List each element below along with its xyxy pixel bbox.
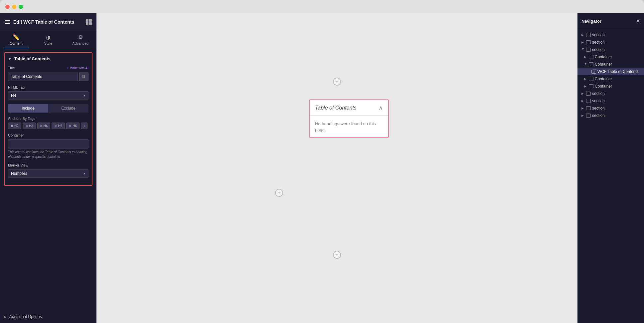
tags-row: ✕ H2 ✕ H3 ✕ H4 ✕ H5 (8, 123, 88, 129)
marker-view-select-wrapper: Numbers Bullets None (8, 169, 88, 178)
nav-arrow-section6: ▶ (581, 107, 585, 110)
content-tab-icon: ✏️ (13, 34, 19, 40)
additional-options-header[interactable]: ▶ Additional Options (4, 314, 92, 319)
nav-item-container3[interactable]: ▶ Container (577, 75, 644, 83)
tag-h2[interactable]: ✕ H2 (8, 123, 21, 129)
html-tag-select[interactable]: H4 H1 H2 H3 H5 H6 (8, 91, 88, 100)
navigator-title: Navigator (581, 19, 601, 24)
nav-item-section1[interactable]: ▶ section (577, 31, 644, 39)
toc-widget: Table of Contents ∧ No headings were fou… (309, 100, 389, 138)
nav-item-section3[interactable]: ▶ section (577, 46, 644, 53)
toc-section-box: ▼ Table of Contents Title ✦ Write with A… (4, 52, 92, 186)
exclude-button[interactable]: Exclude (48, 104, 88, 113)
content-tab-label: Content (10, 41, 23, 45)
additional-options-arrow: ▶ (4, 315, 7, 319)
tag-h3[interactable]: ✕ H3 (23, 123, 36, 129)
nav-item-container1[interactable]: ▶ Container (577, 53, 644, 61)
title-label-row: Title ✦ Write with AI (8, 66, 88, 70)
right-panel: Navigator ✕ ▶ section ▶ section ▶ sectio… (577, 13, 644, 323)
nav-arrow-section7: ▶ (581, 114, 585, 117)
additional-options-label: Additional Options (9, 314, 42, 319)
maximize-button[interactable] (19, 5, 23, 9)
nav-box-section2 (586, 40, 591, 44)
nav-box-section4 (586, 92, 591, 96)
section-toggle-arrow: ▼ (8, 57, 12, 61)
nav-item-container2[interactable]: ▶ Container (577, 61, 644, 68)
nav-label-container3: Container (595, 77, 612, 81)
panel-header-left: Edit WCF Table of Contents (5, 19, 74, 25)
panel-content: ▼ Table of Contents Title ✦ Write with A… (0, 48, 96, 310)
panel-title: Edit WCF Table of Contents (13, 19, 74, 25)
marker-view-select[interactable]: Numbers Bullets None (8, 169, 88, 178)
tag-add-button[interactable]: + (81, 123, 87, 129)
navigator-content: ▶ section ▶ section ▶ section ▶ Containe… (577, 29, 644, 323)
nav-arrow-section3: ▶ (581, 48, 585, 51)
canvas-area: + + + Table of Contents ∧ No headings we… (96, 13, 577, 323)
nav-label-section1: section (592, 33, 605, 37)
nav-label-section3: section (592, 47, 605, 52)
toc-section-header[interactable]: ▼ Table of Contents (8, 56, 88, 61)
nav-item-section4[interactable]: ▶ section (577, 90, 644, 97)
add-section-top[interactable]: + (333, 78, 341, 86)
hamburger-icon[interactable] (5, 20, 10, 24)
marker-view-row: Marker View Numbers Bullets None (8, 163, 88, 178)
html-tag-row: HTML Tag H4 H1 H2 H3 H5 H6 (8, 85, 88, 100)
container-hint: This control confines the Table of Conte… (8, 150, 88, 159)
navigator-close-button[interactable]: ✕ (636, 18, 640, 24)
ai-icon: ✦ (67, 66, 69, 70)
toc-widget-body: No headings were found on this page. (310, 116, 388, 137)
anchors-by-tags-row: Anchors By Tags ✕ H2 ✕ H3 ✕ H (8, 117, 88, 129)
anchors-label: Anchors By Tags (8, 117, 88, 121)
title-label: Title (8, 66, 15, 70)
ai-write-link[interactable]: ✦ Write with AI (67, 66, 88, 70)
toc-chevron-icon[interactable]: ∧ (379, 104, 383, 112)
nav-arrow-container3: ▶ (584, 77, 587, 81)
title-form-row: Title ✦ Write with AI 🗑 (8, 66, 88, 81)
html-tag-select-wrapper: H4 H1 H2 H3 H5 H6 (8, 91, 88, 100)
tab-content[interactable]: ✏️ Content (0, 31, 32, 48)
grid-icon[interactable] (86, 19, 92, 25)
tag-h6[interactable]: ✕ H6 (66, 123, 80, 129)
nav-arrow-section5: ▶ (581, 99, 585, 103)
advanced-tab-icon: ⚙ (78, 34, 83, 40)
nav-box-section7 (586, 114, 591, 118)
left-panel: Edit WCF Table of Contents ✏️ Content ◑ … (0, 13, 96, 323)
style-tab-icon: ◑ (45, 34, 51, 40)
minimize-button[interactable] (12, 5, 16, 9)
include-exclude-toggle: Include Exclude (8, 104, 88, 113)
close-button[interactable] (5, 5, 10, 9)
panel-header: Edit WCF Table of Contents (0, 13, 96, 31)
include-button[interactable]: Include (8, 104, 48, 113)
add-section-mid[interactable]: + (275, 189, 283, 197)
canvas-inner: + + + Table of Contents ∧ No headings we… (96, 13, 577, 323)
tab-advanced[interactable]: ⚙ Advanced (64, 31, 96, 48)
add-section-bot[interactable]: + (333, 251, 341, 259)
nav-item-container4[interactable]: ▶ Container (577, 83, 644, 90)
tab-style[interactable]: ◑ Style (32, 31, 65, 48)
title-bar (0, 0, 644, 13)
nav-box-section6 (586, 106, 591, 110)
tag-h5[interactable]: ✕ H5 (52, 123, 65, 129)
nav-box-section3 (586, 48, 591, 52)
nav-item-section7[interactable]: ▶ section (577, 112, 644, 119)
nav-label-section6: section (592, 106, 605, 111)
nav-item-section2[interactable]: ▶ section (577, 39, 644, 46)
tag-h4[interactable]: ✕ H4 (37, 123, 51, 129)
toc-widget-header: Table of Contents ∧ (310, 100, 388, 116)
nav-item-section5[interactable]: ▶ section (577, 97, 644, 105)
nav-label-container1: Container (595, 55, 612, 59)
nav-label-container4: Container (595, 84, 612, 89)
marker-view-label: Marker View (8, 163, 88, 167)
nav-label-container2: Container (595, 62, 612, 67)
nav-box-container4 (589, 84, 593, 88)
nav-item-section6[interactable]: ▶ section (577, 105, 644, 112)
navigator-header: Navigator ✕ (577, 13, 644, 29)
nav-item-wcf[interactable]: ▶ □ WCF Table of Contents (577, 68, 644, 75)
container-input[interactable] (8, 139, 88, 149)
html-tag-label: HTML Tag (8, 85, 88, 89)
title-input[interactable] (8, 72, 78, 81)
title-delete-button[interactable]: 🗑 (79, 72, 88, 81)
toc-section-label: Table of Contents (14, 56, 51, 61)
nav-label-wcf: WCF Table of Contents (597, 69, 639, 74)
nav-arrow-container2: ▶ (584, 63, 587, 66)
